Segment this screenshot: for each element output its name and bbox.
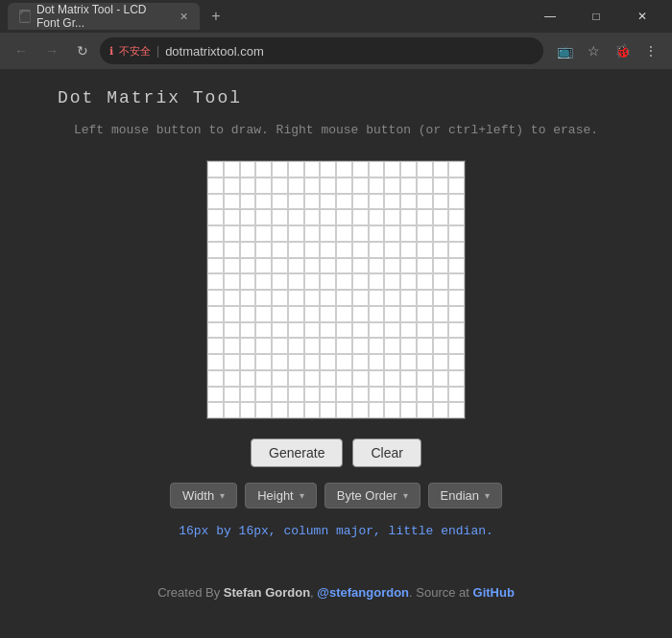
grid-cell[interactable]	[272, 225, 288, 242]
grid-cell[interactable]	[336, 258, 352, 274]
grid-cell[interactable]	[417, 354, 433, 370]
grid-cell[interactable]	[352, 354, 369, 370]
grid-cell[interactable]	[433, 194, 449, 210]
grid-cell[interactable]	[369, 290, 385, 306]
grid-cell[interactable]	[304, 354, 321, 370]
grid-cell[interactable]	[433, 402, 449, 418]
grid-cell[interactable]	[448, 354, 465, 370]
grid-cell[interactable]	[384, 177, 400, 194]
grid-cell[interactable]	[433, 387, 449, 403]
grid-cell[interactable]	[288, 354, 304, 370]
grid-cell[interactable]	[207, 387, 224, 403]
grid-cell[interactable]	[288, 273, 304, 290]
grid-cell[interactable]	[369, 322, 385, 339]
grid-cell[interactable]	[336, 273, 352, 290]
grid-cell[interactable]	[272, 402, 288, 418]
byte-order-dropdown[interactable]: Byte Order ▾	[324, 483, 420, 508]
grid-cell[interactable]	[255, 370, 272, 387]
grid-cell[interactable]	[417, 402, 433, 418]
address-bar[interactable]: ℹ 不安全 | dotmatrixtool.com	[100, 37, 543, 64]
bookmark-button[interactable]: ☆	[580, 37, 607, 64]
grid-cell[interactable]	[320, 258, 336, 274]
grid-cell[interactable]	[369, 194, 385, 210]
grid-cell[interactable]	[224, 402, 240, 418]
grid-cell[interactable]	[272, 338, 288, 354]
grid-cell[interactable]	[255, 354, 272, 370]
grid-cell[interactable]	[288, 338, 304, 354]
grid-cell[interactable]	[288, 387, 304, 403]
grid-cell[interactable]	[417, 322, 433, 339]
grid-cell[interactable]	[417, 273, 433, 290]
grid-cell[interactable]	[448, 161, 465, 177]
grid-cell[interactable]	[369, 387, 385, 403]
grid-cell[interactable]	[255, 290, 272, 306]
grid-cell[interactable]	[240, 370, 256, 387]
grid-cell[interactable]	[369, 370, 385, 387]
grid-cell[interactable]	[400, 354, 417, 370]
grid-cell[interactable]	[320, 273, 336, 290]
grid-cell[interactable]	[207, 161, 224, 177]
grid-cell[interactable]	[255, 161, 272, 177]
grid-cell[interactable]	[272, 354, 288, 370]
grid-cell[interactable]	[433, 290, 449, 306]
grid-cell[interactable]	[207, 209, 224, 225]
grid-cell[interactable]	[304, 322, 321, 339]
grid-cell[interactable]	[304, 225, 321, 242]
grid-cell[interactable]	[304, 273, 321, 290]
grid-cell[interactable]	[384, 387, 400, 403]
grid-cell[interactable]	[448, 177, 465, 194]
grid-cell[interactable]	[240, 225, 256, 242]
grid-cell[interactable]	[448, 370, 465, 387]
grid-cell[interactable]	[255, 242, 272, 258]
grid-cell[interactable]	[207, 306, 224, 322]
grid-cell[interactable]	[207, 258, 224, 274]
grid-cell[interactable]	[304, 290, 321, 306]
grid-cell[interactable]	[288, 161, 304, 177]
grid-cell[interactable]	[433, 161, 449, 177]
grid-cell[interactable]	[224, 322, 240, 339]
grid-cell[interactable]	[224, 273, 240, 290]
grid-cell[interactable]	[272, 387, 288, 403]
grid-cell[interactable]	[369, 338, 385, 354]
grid-cell[interactable]	[224, 258, 240, 274]
grid-cell[interactable]	[224, 290, 240, 306]
grid-cell[interactable]	[224, 177, 240, 194]
grid-cell[interactable]	[336, 402, 352, 418]
grid-cell[interactable]	[224, 161, 240, 177]
grid-cell[interactable]	[240, 338, 256, 354]
grid-cell[interactable]	[433, 370, 449, 387]
grid-cell[interactable]	[255, 194, 272, 210]
grid-cell[interactable]	[240, 177, 256, 194]
grid-cell[interactable]	[433, 273, 449, 290]
grid-cell[interactable]	[207, 338, 224, 354]
grid-cell[interactable]	[417, 258, 433, 274]
browser-tab[interactable]: ⬛ Dot Matrix Tool - LCD Font Gr... ✕	[8, 3, 200, 30]
grid-cell[interactable]	[448, 242, 465, 258]
grid-cell[interactable]	[240, 354, 256, 370]
new-tab-button[interactable]: +	[204, 4, 228, 29]
grid-cell[interactable]	[240, 258, 256, 274]
grid-cell[interactable]	[304, 306, 321, 322]
grid-cell[interactable]	[207, 273, 224, 290]
grid-cell[interactable]	[224, 387, 240, 403]
grid-cell[interactable]	[352, 402, 369, 418]
grid-cell[interactable]	[336, 370, 352, 387]
grid-cell[interactable]	[207, 242, 224, 258]
grid-cell[interactable]	[400, 225, 417, 242]
grid-cell[interactable]	[304, 402, 321, 418]
grid-cell[interactable]	[352, 273, 369, 290]
grid-cell[interactable]	[448, 258, 465, 274]
grid-cell[interactable]	[255, 225, 272, 242]
grid-cell[interactable]	[433, 338, 449, 354]
grid-cell[interactable]	[288, 209, 304, 225]
grid-cell[interactable]	[272, 290, 288, 306]
cast-button[interactable]: 📺	[551, 37, 578, 64]
grid-cell[interactable]	[288, 322, 304, 339]
grid-cell[interactable]	[320, 209, 336, 225]
grid-cell[interactable]	[304, 209, 321, 225]
grid-cell[interactable]	[304, 258, 321, 274]
grid-cell[interactable]	[384, 225, 400, 242]
grid-cell[interactable]	[255, 387, 272, 403]
grid-cell[interactable]	[400, 177, 417, 194]
grid-cell[interactable]	[320, 194, 336, 210]
